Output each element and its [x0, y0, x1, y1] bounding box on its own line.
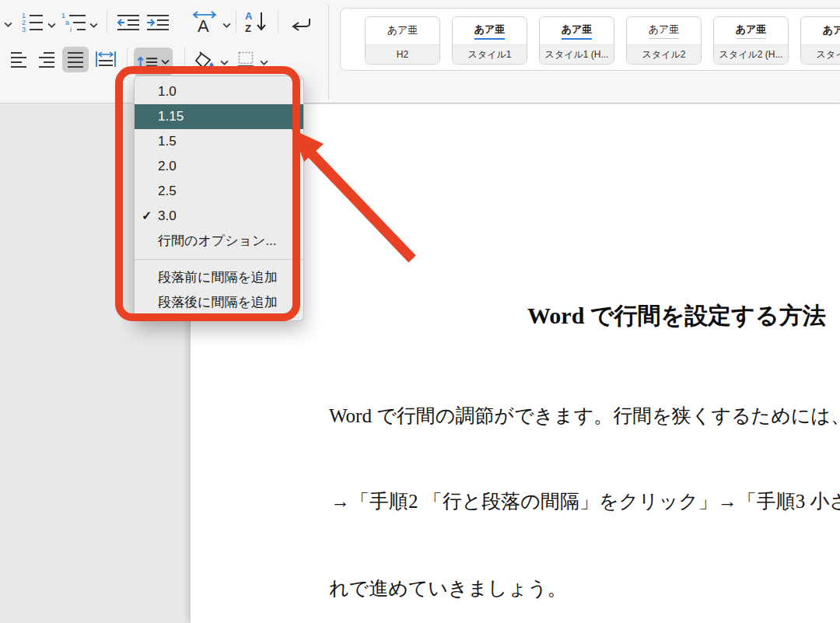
align-right-button[interactable] [36, 50, 58, 70]
document-paragraph[interactable]: →「手順2 「行と段落の間隔」をクリック」→「手順3 小さい [331, 488, 840, 514]
toolbar-separator [127, 48, 128, 72]
justify-icon [67, 51, 84, 68]
word-window: 1 2 3 1 a i [0, 0, 840, 623]
style-tile-label: H2 [366, 44, 439, 64]
distribute-text-icon [96, 50, 116, 68]
menu-item-1.15[interactable]: 1.15 [135, 104, 303, 129]
align-right-icon [38, 51, 55, 68]
style-tile-style2[interactable]: あア亜 スタイル2 [626, 16, 702, 65]
style-tile-style3[interactable]: あア亜 スタイル3 [800, 16, 840, 65]
line-spacing-menu: 1.0 1.15 1.5 2.0 2.5 ✓ 3.0 行間のオプション... 段… [134, 75, 304, 321]
style-tile-style1[interactable]: あア亜 スタイル1 [452, 16, 527, 65]
document-title[interactable]: Word で行間を設定する方法 [527, 300, 826, 332]
borders-dropdown-button[interactable] [258, 58, 269, 67]
menu-item-add-space-after-paragraph[interactable]: 段落後に間隔を追加 [135, 290, 303, 315]
svg-text:Z: Z [245, 23, 251, 33]
style-preview-text: あア亜 [649, 23, 680, 39]
svg-text:A: A [198, 16, 209, 33]
wrap-text-icon [291, 14, 313, 31]
decrease-indent-button[interactable] [116, 12, 141, 33]
chevron-down-icon [260, 60, 268, 65]
shading-button[interactable] [193, 50, 216, 72]
ribbon-toolbar: 1 2 3 1 a i [0, 0, 840, 103]
svg-text:i: i [70, 26, 72, 33]
chevron-down-icon [222, 23, 231, 28]
character-scale-icon: A [191, 10, 218, 33]
chevron-down-icon [47, 23, 56, 28]
document-paragraph[interactable]: れで進めていきましょう。 [329, 576, 567, 601]
style-preview-text: あア亜 [823, 23, 840, 39]
menu-item-add-space-before-paragraph[interactable]: 段落前に間隔を追加 [135, 265, 303, 290]
style-tile-h2[interactable]: あア亜 H2 [365, 16, 440, 65]
toolbar-separator [184, 48, 185, 72]
wrap-text-button[interactable] [289, 12, 314, 33]
svg-text:3: 3 [22, 26, 26, 33]
character-scale-dropdown-button[interactable] [221, 20, 232, 30]
svg-text:a: a [65, 19, 69, 26]
multilevel-list-button[interactable]: 1 a i [61, 9, 87, 34]
menu-item-line-spacing-options[interactable]: 行間のオプション... [135, 229, 303, 254]
style-tile-label: スタイル2 [627, 44, 701, 64]
svg-text:A: A [245, 10, 253, 22]
style-preview-text: あア亜 [387, 23, 418, 39]
justify-button[interactable] [62, 47, 89, 72]
distribute-text-button[interactable] [93, 48, 118, 70]
decrease-indent-icon [117, 13, 140, 32]
style-tile-style2-h[interactable]: あア亜 スタイル2 (H... [713, 16, 789, 65]
border-bottom-icon [237, 51, 254, 68]
chevron-down-icon [89, 23, 98, 28]
bullet-list-dropdown-button[interactable] [2, 19, 14, 30]
document-paragraph[interactable]: Word で行間の調節ができます。行間を狭くするためには、「手順 [329, 403, 840, 429]
menu-separator [135, 259, 303, 260]
line-spacing-icon [137, 55, 159, 69]
toolbar-separator [328, 5, 329, 100]
style-preview-text: あア亜 [562, 23, 593, 40]
character-scale-button[interactable]: A [190, 9, 219, 34]
align-left-button[interactable] [8, 50, 30, 70]
numbered-list-dropdown-button[interactable] [46, 20, 57, 30]
style-preview-text: あア亜 [736, 23, 767, 39]
menu-item-3.0[interactable]: ✓ 3.0 [135, 204, 303, 229]
chevron-down-icon [161, 59, 170, 65]
checkmark-icon: ✓ [142, 204, 152, 229]
style-tile-label: スタイル1 (H... [540, 44, 614, 64]
shading-dropdown-button[interactable] [219, 58, 229, 67]
chevron-down-icon [220, 60, 229, 65]
increase-indent-button[interactable] [145, 12, 170, 33]
increase-indent-icon [146, 13, 170, 32]
line-spacing-button[interactable] [134, 47, 173, 76]
style-tile-label: スタイル3 [801, 44, 840, 64]
style-tile-style1-h[interactable]: あア亜 スタイル1 (H... [539, 16, 614, 65]
align-left-icon [10, 51, 27, 68]
toolbar-separator [107, 11, 107, 33]
toolbar-separator [236, 11, 236, 33]
sort-button[interactable]: A Z [243, 9, 269, 34]
style-gallery: あア亜 H2 あア亜 スタイル1 あア亜 スタイル1 (H... あア亜 スタイ… [340, 8, 840, 71]
borders-button[interactable] [235, 48, 257, 70]
style-tile-label: スタイル1 [453, 44, 527, 64]
multilevel-list-icon: 1 a i [61, 11, 86, 33]
style-preview-text: あア亜 [474, 23, 506, 40]
sort-az-icon: A Z [244, 10, 268, 33]
toolbar-separator [278, 11, 278, 33]
chevron-down-icon [4, 22, 12, 27]
menu-item-1.5[interactable]: 1.5 [135, 129, 303, 154]
paint-bucket-icon [194, 51, 215, 70]
style-tile-label: スタイル2 (H... [714, 44, 788, 64]
menu-item-1.0[interactable]: 1.0 [135, 79, 303, 104]
multilevel-list-dropdown-button[interactable] [88, 20, 99, 30]
numbered-list-icon: 1 2 3 [21, 11, 44, 33]
menu-item-2.5[interactable]: 2.5 [135, 179, 303, 204]
menu-item-2.0[interactable]: 2.0 [135, 154, 303, 179]
numbered-list-button[interactable]: 1 2 3 [20, 9, 45, 34]
